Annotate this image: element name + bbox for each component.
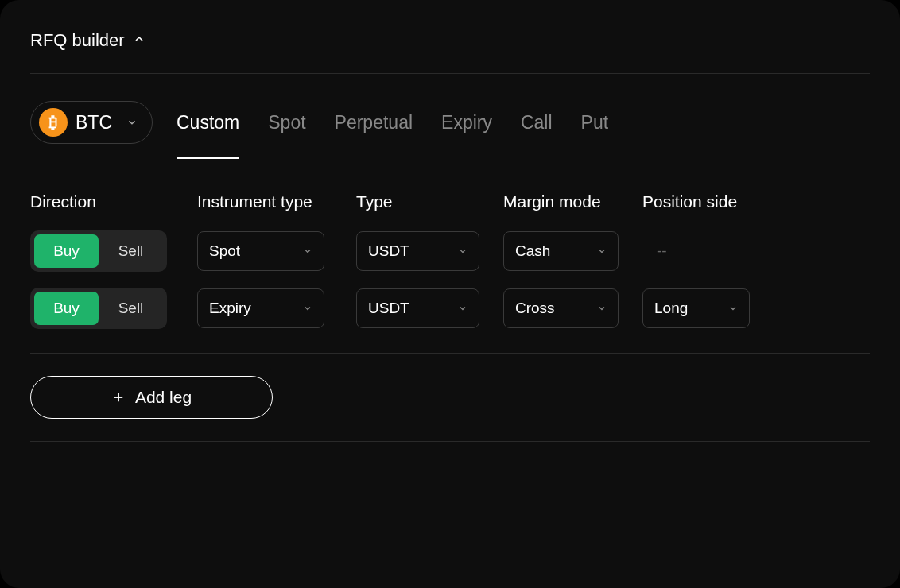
tab-spot[interactable]: Spot xyxy=(268,112,305,159)
panel-header: RFQ builder xyxy=(30,30,870,74)
margin-mode-select[interactable]: Cash xyxy=(503,231,619,271)
rfq-builder-panel: RFQ builder ₿ BTC Custom Spot Perpetual … xyxy=(0,0,900,588)
table-headers: Direction Instrument type Type Margin mo… xyxy=(30,192,870,211)
chevron-down-icon xyxy=(458,304,467,313)
dropdown-value: Spot xyxy=(209,242,240,260)
dropdown-value: USDT xyxy=(368,300,409,317)
dropdown-value: Long xyxy=(654,300,688,317)
chevron-down-icon xyxy=(303,246,312,256)
buy-button[interactable]: Buy xyxy=(34,234,99,268)
chevron-down-icon xyxy=(597,304,607,313)
chevron-down-icon xyxy=(458,246,467,256)
buy-button[interactable]: Buy xyxy=(34,292,99,325)
strategy-tabs: Custom Spot Perpetual Expiry Call Put xyxy=(177,112,608,133)
dropdown-value: Expiry xyxy=(209,300,251,317)
leg-row: Buy Sell Expiry USDT xyxy=(30,288,870,329)
instrument-type-select[interactable]: Expiry xyxy=(197,288,324,328)
add-leg-button[interactable]: Add leg xyxy=(30,376,273,419)
type-select[interactable]: USDT xyxy=(356,288,479,328)
asset-symbol: BTC xyxy=(76,112,112,133)
tab-custom[interactable]: Custom xyxy=(177,112,239,159)
header-position-side: Position side xyxy=(642,192,770,211)
controls-row: ₿ BTC Custom Spot Perpetual Expiry Call … xyxy=(30,74,870,168)
legs-table: Direction Instrument type Type Margin mo… xyxy=(30,168,870,354)
collapse-icon[interactable] xyxy=(133,33,145,48)
margin-mode-select[interactable]: Cross xyxy=(503,288,619,328)
instrument-type-select[interactable]: Spot xyxy=(197,231,324,271)
type-select[interactable]: USDT xyxy=(356,231,479,271)
panel-title: RFQ builder xyxy=(30,30,125,51)
tab-put[interactable]: Put xyxy=(581,112,609,159)
leg-row: Buy Sell Spot USDT xyxy=(30,230,870,272)
direction-toggle: Buy Sell xyxy=(30,288,167,329)
dropdown-value: USDT xyxy=(368,242,409,260)
add-leg-section: Add leg xyxy=(30,354,870,442)
bitcoin-icon: ₿ xyxy=(39,108,68,137)
chevron-down-icon xyxy=(597,246,607,256)
header-margin-mode: Margin mode xyxy=(503,192,642,211)
direction-toggle: Buy Sell xyxy=(30,230,167,272)
header-direction: Direction xyxy=(30,192,197,211)
dropdown-value: Cross xyxy=(515,300,555,317)
tab-perpetual[interactable]: Perpetual xyxy=(335,112,413,159)
position-side-select[interactable]: Long xyxy=(642,288,750,328)
header-type: Type xyxy=(356,192,503,211)
sell-button[interactable]: Sell xyxy=(99,234,163,268)
tab-call[interactable]: Call xyxy=(521,112,553,159)
asset-selector[interactable]: ₿ BTC xyxy=(30,101,153,144)
chevron-down-icon xyxy=(728,304,738,313)
header-instrument-type: Instrument type xyxy=(197,192,356,211)
position-side-empty: -- xyxy=(642,242,667,259)
dropdown-value: Cash xyxy=(515,242,550,260)
tab-expiry[interactable]: Expiry xyxy=(441,112,492,159)
chevron-down-icon xyxy=(303,304,312,313)
add-leg-label: Add leg xyxy=(135,388,192,407)
chevron-down-icon xyxy=(126,117,138,128)
plus-icon xyxy=(111,390,126,404)
sell-button[interactable]: Sell xyxy=(99,292,163,325)
